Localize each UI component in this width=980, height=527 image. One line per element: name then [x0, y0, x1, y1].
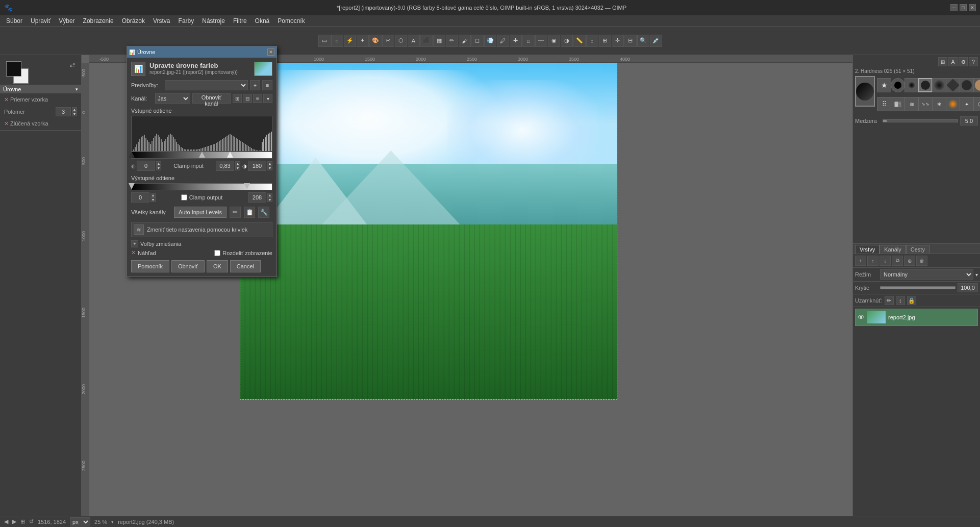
channel-icon1[interactable]: ⊞	[233, 94, 242, 103]
input-max-up[interactable]: ▲	[267, 161, 272, 166]
mode-select[interactable]: Normálny	[880, 269, 973, 280]
tool-free-select[interactable]: ⚡	[344, 35, 356, 47]
tool-options-collapse-icon[interactable]: ▾	[76, 87, 78, 92]
channel-icon4[interactable]: ▾	[263, 94, 272, 103]
tool-convolve[interactable]: ◉	[548, 35, 560, 47]
menu-file[interactable]: Súbor	[2, 16, 27, 26]
layer-delete-btn[interactable]: 🗑	[916, 256, 927, 266]
split-view-checkbox[interactable]	[214, 250, 220, 256]
brush-item-7[interactable]	[960, 78, 974, 92]
brush-item-14[interactable]	[946, 97, 960, 111]
auto-icon-btn-3[interactable]: 🔧	[258, 207, 269, 218]
layer-lower-btn[interactable]: ↓	[880, 256, 891, 266]
lock-position-btn[interactable]: ↕	[896, 296, 905, 305]
brush-item-3[interactable]	[904, 78, 919, 92]
input-max-value[interactable]	[248, 161, 266, 171]
brush-item-5[interactable]	[932, 78, 946, 92]
opacity-input[interactable]	[958, 283, 978, 292]
tool-pencil[interactable]: ✏	[446, 35, 458, 47]
menu-select[interactable]: Výber	[55, 16, 79, 26]
polomer-down-btn[interactable]: ▼	[72, 112, 77, 116]
statusbar-navigate-next[interactable]: ▶	[12, 518, 16, 525]
brush-item-10[interactable]: ▓▒	[891, 97, 905, 111]
tool-crop[interactable]: ⊞	[599, 35, 611, 47]
tool-move[interactable]: ✛	[612, 35, 624, 47]
input-mid-value[interactable]	[216, 161, 234, 171]
auto-input-levels-btn[interactable]: Auto Input Levels	[174, 207, 227, 218]
tool-scissors[interactable]: ✂	[382, 35, 394, 47]
layer-merge-btn[interactable]: ⊕	[904, 256, 915, 266]
output-max-down[interactable]: ▼	[267, 197, 272, 202]
tool-heal[interactable]: ✚	[510, 35, 522, 47]
input-mid-handle[interactable]	[199, 152, 205, 158]
output-max-value[interactable]	[248, 192, 266, 203]
menu-windows[interactable]: Okná	[251, 16, 274, 26]
brush-item-8[interactable]	[973, 78, 980, 92]
tool-measure[interactable]: 📏	[573, 35, 586, 47]
tool-gradient[interactable]: ▦	[433, 35, 445, 47]
polomer-input[interactable]	[56, 107, 71, 116]
input-min-up[interactable]: ▲	[156, 161, 161, 166]
tool-smudge[interactable]: 〰	[535, 35, 547, 47]
presets-menu-btn[interactable]: ≡	[262, 80, 272, 90]
clamp-output-checkbox[interactable]	[181, 194, 187, 200]
input-min-value[interactable]	[137, 161, 155, 171]
statusbar-zoom-expand[interactable]: ▾	[111, 519, 114, 524]
right-panel-icon2[interactable]: A	[948, 57, 958, 66]
lock-pixels-btn[interactable]: ✏	[885, 296, 894, 305]
close-button[interactable]: ✕	[969, 4, 976, 11]
brush-item-11[interactable]: ≋	[904, 97, 919, 111]
reset-button[interactable]: Obnoviť	[171, 260, 205, 272]
channel-select[interactable]: Jas	[155, 93, 190, 104]
blending-expand-btn[interactable]: +	[131, 240, 138, 247]
output-slider[interactable]	[131, 183, 272, 190]
input-mid-down[interactable]: ▼	[235, 166, 240, 170]
levels-close-button[interactable]: ✕	[267, 48, 274, 56]
tool-fuzzy-select[interactable]: ✦	[357, 35, 369, 47]
menu-filters[interactable]: Filtre	[229, 16, 251, 26]
tool-path[interactable]: ⬡	[395, 35, 407, 47]
brush-item-6[interactable]	[946, 78, 960, 92]
right-panel-icon4[interactable]: ?	[969, 57, 978, 66]
layer-dup-btn[interactable]: ⧉	[892, 256, 903, 266]
input-min-down[interactable]: ▼	[156, 166, 161, 170]
brush-item-4[interactable]	[918, 78, 933, 92]
tool-ellipse-select[interactable]: ○	[331, 35, 343, 47]
tool-dodge-burn[interactable]: ◑	[561, 35, 573, 47]
help-button[interactable]: Pomocník	[131, 260, 169, 272]
presets-add-btn[interactable]: +	[250, 80, 260, 90]
menu-tools[interactable]: Nástroje	[198, 16, 229, 26]
tool-clone[interactable]: ⌂	[522, 35, 535, 47]
tab-paths[interactable]: Cesty	[906, 245, 929, 254]
tool-align[interactable]: ⊟	[624, 35, 637, 47]
tool-zoom[interactable]: 🔍	[637, 35, 649, 47]
brush-item-9[interactable]: ⠿	[877, 97, 891, 111]
tool-paintbrush[interactable]: 🖌	[459, 35, 471, 47]
channel-icon3[interactable]: ≡	[253, 94, 262, 103]
brush-item-15[interactable]: ✦	[960, 97, 974, 111]
statusbar-navigate-prev[interactable]: ◀	[4, 518, 8, 525]
menu-edit[interactable]: Upraviť	[27, 16, 55, 26]
reset-channel-btn[interactable]: Obnoviť kanál	[192, 93, 231, 104]
tab-channels[interactable]: Kanály	[880, 245, 906, 254]
statusbar-fit[interactable]: ⊞	[20, 518, 25, 525]
spacing-input[interactable]	[960, 116, 978, 126]
tool-rect-select[interactable]: ▭	[318, 35, 331, 47]
tool-color-picker[interactable]: 💉	[650, 35, 662, 47]
menu-layer[interactable]: Vrstva	[149, 16, 174, 26]
levels-titlebar[interactable]: 📊 Úrovne ✕	[127, 46, 277, 58]
layer-raise-btn[interactable]: ↑	[867, 256, 878, 266]
input-slider[interactable]	[131, 152, 272, 159]
layer-new-btn[interactable]: +	[855, 256, 866, 266]
ok-button[interactable]: OK	[207, 260, 228, 272]
menu-colors[interactable]: Farby	[174, 16, 198, 26]
statusbar-rotate[interactable]: ↺	[29, 518, 34, 525]
output-min-value[interactable]	[131, 192, 149, 203]
input-right-handle[interactable]	[227, 152, 233, 158]
foreground-color[interactable]	[6, 61, 21, 77]
mode-expand-icon[interactable]: ▾	[975, 272, 978, 278]
output-max-up[interactable]: ▲	[267, 193, 272, 197]
right-panel-icon3[interactable]: ⚙	[959, 57, 968, 66]
tool-ink[interactable]: 🖊	[497, 35, 509, 47]
right-panel-icon1[interactable]: ⊞	[938, 57, 947, 66]
